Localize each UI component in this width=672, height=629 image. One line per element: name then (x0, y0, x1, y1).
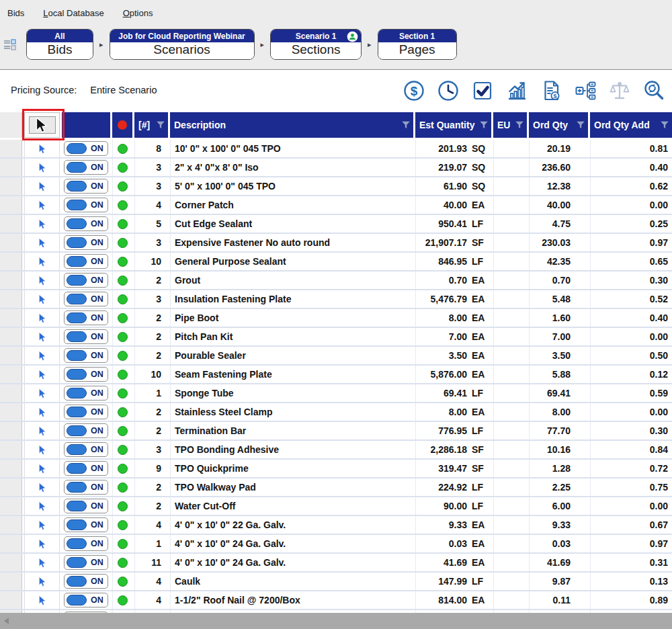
menu-options[interactable]: Options (123, 8, 153, 18)
row-pointer-cell[interactable] (24, 573, 60, 590)
row-pointer-cell[interactable] (24, 497, 60, 515)
row-toggle[interactable]: ON (62, 460, 110, 477)
table-row[interactable]: ON 4 1-1/2" Roof Nail @ 7200/Box 814.00 … (0, 591, 672, 610)
table-row[interactable]: ON 5 Cut Edge Sealant 950.41 LF 4.75 0.2… (0, 215, 672, 234)
header-eu[interactable]: EU (493, 112, 527, 138)
table-row[interactable]: ON 10 Seam Fastening Plate 5,876.00 EA 5… (0, 366, 672, 384)
on-toggle[interactable]: ON (64, 310, 108, 325)
row-pointer-cell[interactable] (24, 253, 60, 270)
row-toggle[interactable]: ON (62, 271, 110, 289)
row-toggle[interactable]: ON (62, 591, 110, 609)
row-pointer-cell[interactable] (24, 309, 60, 327)
breadcrumb-card-bids[interactable]: All Bids (26, 29, 93, 60)
scroll-left-icon[interactable] (4, 618, 9, 624)
table-row[interactable]: ON 3 Expensive Fastener No auto round 21… (0, 234, 672, 253)
table-row[interactable]: ON 2 Water Cut-Off 90.00 LF 6.00 0.00 (0, 497, 672, 516)
on-toggle[interactable]: ON (64, 405, 108, 419)
money-icon[interactable]: $ (401, 78, 427, 103)
chart-icon[interactable] (504, 78, 530, 103)
on-toggle[interactable]: ON (64, 461, 108, 476)
header-status-column[interactable] (112, 112, 132, 138)
row-pointer-cell[interactable] (24, 460, 60, 477)
on-toggle[interactable]: ON (64, 423, 108, 438)
row-pointer-cell[interactable] (24, 215, 60, 233)
on-toggle[interactable]: ON (64, 536, 108, 551)
row-pointer-cell[interactable] (24, 140, 60, 157)
row-toggle[interactable]: ON (62, 554, 110, 571)
on-toggle[interactable]: ON (64, 273, 108, 288)
table-row[interactable]: ON 2 Grout 0.70 EA 0.70 0.30 (0, 271, 672, 290)
row-toggle[interactable]: ON (62, 497, 110, 515)
row-toggle[interactable]: ON (62, 384, 110, 402)
table-row[interactable]: ON 1 4' 0" x 10' 0" 24 Ga. Galv. 0.03 EA… (0, 535, 672, 554)
row-toggle[interactable]: ON (62, 328, 110, 345)
row-pointer-cell[interactable] (24, 328, 60, 345)
check-icon[interactable] (470, 78, 495, 103)
on-toggle[interactable]: ON (64, 254, 108, 269)
filter-icon[interactable] (157, 122, 165, 129)
on-toggle[interactable]: ON (64, 348, 108, 363)
breadcrumb-card-scenarios[interactable]: Job for Cloud Reporting Webinar Scenario… (110, 29, 255, 60)
row-pointer-cell[interactable] (24, 516, 60, 534)
row-toggle[interactable]: ON (62, 478, 110, 496)
row-toggle[interactable]: ON (62, 290, 110, 308)
breadcrumb-card-sections[interactable]: Scenario 1 Sections (270, 29, 362, 60)
on-toggle[interactable]: ON (64, 574, 108, 589)
row-pointer-cell[interactable] (24, 591, 60, 609)
breadcrumb-card-pages[interactable]: Section 1 Pages (378, 29, 457, 60)
table-row[interactable]: ON 2 TPO Walkway Pad 224.92 LF 2.25 0.75 (0, 478, 672, 497)
filter-icon[interactable] (515, 122, 523, 129)
row-pointer-cell[interactable] (24, 271, 60, 289)
header-toggle-column[interactable] (62, 112, 110, 138)
row-pointer-cell[interactable] (24, 290, 60, 308)
row-toggle[interactable]: ON (62, 253, 110, 270)
row-pointer-cell[interactable] (24, 177, 60, 195)
menu-local-database[interactable]: Local Database (43, 8, 103, 18)
row-toggle[interactable]: ON (62, 159, 110, 176)
row-pointer-cell[interactable] (24, 422, 60, 439)
on-toggle[interactable]: ON (64, 141, 108, 156)
row-toggle[interactable]: ON (62, 140, 110, 157)
table-row[interactable]: ON 8 10' 0" x 100' 0" 045 TPO 201.93 SQ … (0, 140, 672, 159)
row-toggle[interactable]: ON (62, 403, 110, 421)
row-pointer-cell[interactable] (24, 196, 60, 214)
table-row[interactable]: ON 2 Termination Bar 776.95 LF 77.70 0.3… (0, 422, 672, 441)
on-toggle[interactable]: ON (64, 216, 108, 231)
row-pointer-cell[interactable] (24, 554, 60, 571)
row-pointer-cell[interactable] (24, 384, 60, 402)
row-pointer-cell[interactable] (24, 403, 60, 421)
row-toggle[interactable]: ON (62, 234, 110, 251)
header-description[interactable]: Description (170, 112, 413, 138)
on-toggle[interactable]: ON (64, 329, 108, 344)
table-row[interactable]: ON 2 Stainless Steel Clamp 8.00 EA 8.00 … (0, 403, 672, 422)
on-toggle[interactable]: ON (64, 235, 108, 250)
horizontal-scrollbar[interactable] (0, 613, 672, 629)
on-toggle[interactable]: ON (64, 499, 108, 513)
search-refresh-icon[interactable] (641, 78, 667, 103)
on-toggle[interactable]: ON (64, 386, 108, 401)
filter-icon[interactable] (480, 122, 488, 129)
time-icon[interactable] (435, 78, 461, 103)
filter-icon[interactable] (577, 122, 585, 129)
filter-icon[interactable] (661, 122, 669, 129)
table-row[interactable]: ON 2 Pipe Boot 8.00 EA 1.60 0.40 (0, 309, 672, 328)
row-toggle[interactable]: ON (62, 573, 110, 590)
row-toggle[interactable]: ON (62, 196, 110, 214)
table-row[interactable]: ON 4 Corner Patch 40.00 EA 40.00 0.00 (0, 196, 672, 215)
row-toggle[interactable]: ON (62, 535, 110, 552)
on-toggle[interactable]: ON (64, 179, 108, 194)
on-toggle[interactable]: ON (64, 160, 108, 175)
priced-document-icon[interactable]: $ (538, 78, 564, 103)
table-row[interactable]: ON 2 Pourable Sealer 3.50 EA 3.50 0.50 (0, 347, 672, 366)
row-toggle[interactable]: ON (62, 215, 110, 233)
structure-icon[interactable] (573, 78, 598, 103)
on-toggle[interactable]: ON (64, 198, 108, 212)
on-toggle[interactable]: ON (64, 292, 108, 306)
row-pointer-cell[interactable] (24, 478, 60, 496)
on-toggle[interactable]: ON (64, 517, 108, 532)
row-toggle[interactable]: ON (62, 309, 110, 327)
on-toggle[interactable]: ON (64, 442, 108, 457)
header-est-quantity[interactable]: Est Quantity (415, 112, 491, 138)
row-pointer-cell[interactable] (24, 234, 60, 251)
table-row[interactable]: ON 1 Sponge Tube 69.41 LF 69.41 0.59 (0, 384, 672, 403)
